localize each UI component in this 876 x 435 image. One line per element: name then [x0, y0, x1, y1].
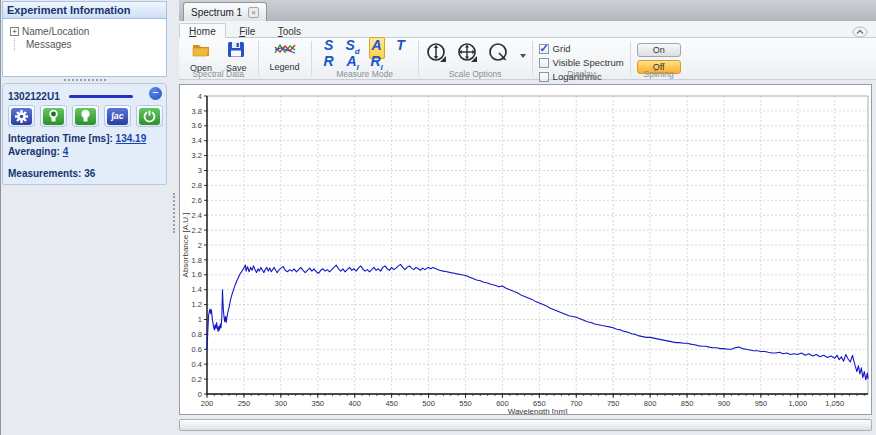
svg-text:400: 400: [348, 399, 361, 408]
open-folder-icon: [191, 41, 211, 62]
grid-checkbox[interactable]: Grid: [539, 43, 624, 54]
tab-spectrum-1[interactable]: Spectrum 1 ×: [183, 2, 267, 21]
svg-text:300: 300: [275, 399, 288, 408]
svg-text:800: 800: [644, 399, 657, 408]
tree-item-name-location[interactable]: + Name/Location: [10, 25, 166, 38]
zoom-region-button[interactable]: [487, 42, 509, 70]
group-label: Spectral Data: [179, 69, 258, 79]
splining-on-button[interactable]: On: [637, 43, 681, 57]
horizontal-splitter[interactable]: [1, 77, 169, 82]
integrate-ac-icon: ∫ac: [107, 108, 128, 125]
app-window: Experiment Information + Name/Location M…: [0, 0, 876, 435]
sidebar: Experiment Information + Name/Location M…: [1, 0, 169, 435]
averaging-value[interactable]: 4: [63, 146, 69, 157]
svg-text:2: 2: [198, 241, 202, 250]
splitter-grip-icon: [64, 79, 106, 81]
tree-expander-icon[interactable]: +: [10, 27, 19, 36]
svg-text:900: 900: [718, 399, 731, 408]
start-stop-button[interactable]: [136, 105, 163, 127]
device-settings-button[interactable]: [8, 105, 35, 127]
svg-text:0.2: 0.2: [192, 375, 202, 384]
experiment-information-panel: Experiment Information + Name/Location M…: [2, 1, 167, 77]
svg-text:3.6: 3.6: [192, 121, 202, 130]
svg-text:2.4: 2.4: [192, 211, 202, 220]
svg-text:Absorbance [A.U.]: Absorbance [A.U.]: [181, 213, 190, 278]
ribbon-tab-strip: Home File Tools: [179, 21, 876, 38]
splitter-grip-icon: [173, 193, 175, 233]
series-color-line: [69, 95, 133, 98]
checkbox-icon: [539, 44, 549, 54]
averaging-label: Averaging:: [8, 146, 60, 157]
svg-text:Wavelength [nm]: Wavelength [nm]: [508, 407, 568, 415]
svg-text:0.8: 0.8: [192, 330, 202, 339]
lamp-icon: [75, 108, 96, 125]
horizontal-scrollbar[interactable]: [179, 419, 872, 431]
group-legend: Legend: [259, 38, 311, 79]
vertical-splitter[interactable]: [169, 0, 179, 435]
experiment-tree: + Name/Location Messages: [3, 19, 166, 51]
spectrometer-toolbar: ∫ac: [3, 102, 166, 127]
svg-text:3.2: 3.2: [192, 151, 202, 160]
svg-text:1.4: 1.4: [192, 285, 202, 294]
svg-text:200: 200: [201, 399, 214, 408]
tree-item-messages[interactable]: Messages: [10, 38, 166, 51]
svg-text:3: 3: [198, 166, 202, 175]
svg-text:700: 700: [570, 399, 583, 408]
gear-icon: [11, 108, 32, 125]
svg-text:750: 750: [607, 399, 620, 408]
svg-text:0.6: 0.6: [192, 345, 202, 354]
visible-spectrum-checkbox[interactable]: Visible Spectrum: [539, 57, 624, 68]
svg-text:2.8: 2.8: [192, 181, 202, 190]
spectrum-chart-panel: 00.20.40.60.811.21.41.61.822.22.42.62.83…: [179, 84, 872, 415]
measurements-row: Measurements: 36: [8, 168, 166, 179]
spectrometer-fields: Integration Time [ms]: 134.19 Averaging:…: [3, 127, 166, 179]
checkbox-label: Visible Spectrum: [553, 57, 624, 68]
dark-reference-button[interactable]: [40, 105, 67, 127]
legend-button[interactable]: Legend: [265, 40, 305, 73]
collapse-panel-button[interactable]: −: [149, 87, 162, 100]
group-spectral-data: Open Save Spec: [179, 38, 258, 79]
group-scale-options: Scale Options: [419, 38, 532, 79]
measurements-label: Measurements:: [8, 168, 81, 179]
close-tab-icon[interactable]: ×: [248, 7, 259, 18]
svg-text:450: 450: [385, 399, 398, 408]
svg-text:2.6: 2.6: [192, 196, 202, 205]
svg-text:1: 1: [198, 315, 202, 324]
averaging-row: Averaging: 4: [8, 146, 166, 157]
measurements-value: 36: [84, 168, 95, 179]
svg-text:500: 500: [422, 399, 435, 408]
svg-text:1.6: 1.6: [192, 270, 202, 279]
group-display: Grid Visible Spectrum Logarithmic Displa…: [533, 38, 630, 79]
svg-text:3.8: 3.8: [192, 107, 202, 116]
collapse-ribbon-icon[interactable]: [852, 24, 868, 36]
integration-time-value[interactable]: 134.19: [116, 133, 147, 144]
spectrum-chart[interactable]: 00.20.40.60.811.21.41.61.822.22.42.62.83…: [180, 85, 871, 414]
power-icon: [139, 108, 160, 125]
svg-text:4: 4: [198, 92, 202, 101]
zoom-all-button[interactable]: [456, 42, 478, 70]
dark-lamp-icon: [43, 108, 64, 125]
svg-text:1.2: 1.2: [192, 300, 202, 309]
measure-mode-grid: S Sd A T R AI RI: [318, 40, 412, 72]
svg-text:850: 850: [681, 399, 694, 408]
spectrometer-header: 1302122U1 −: [3, 84, 166, 102]
white-reference-button[interactable]: [72, 105, 99, 127]
checkbox-label: Grid: [553, 43, 571, 54]
integration-time-label: Integration Time [ms]:: [8, 133, 113, 144]
svg-text:950: 950: [755, 399, 768, 408]
tree-item-label[interactable]: Messages: [26, 39, 72, 50]
svg-text:550: 550: [459, 399, 472, 408]
zoom-dropdown-icon[interactable]: [520, 54, 526, 58]
svg-text:250: 250: [238, 399, 251, 408]
svg-text:2.2: 2.2: [192, 226, 202, 235]
mode-transmittance-button[interactable]: T: [394, 38, 407, 59]
svg-text:1,050: 1,050: [825, 399, 844, 408]
legend-label: Legend: [270, 62, 300, 72]
auto-integration-button[interactable]: ∫ac: [104, 105, 131, 127]
tree-item-label[interactable]: Name/Location: [22, 26, 89, 37]
svg-text:0.4: 0.4: [192, 360, 202, 369]
svg-text:1.8: 1.8: [192, 256, 202, 265]
zoom-vertical-button[interactable]: [425, 42, 447, 70]
svg-text:3.4: 3.4: [192, 136, 202, 145]
save-floppy-icon: [227, 41, 245, 62]
